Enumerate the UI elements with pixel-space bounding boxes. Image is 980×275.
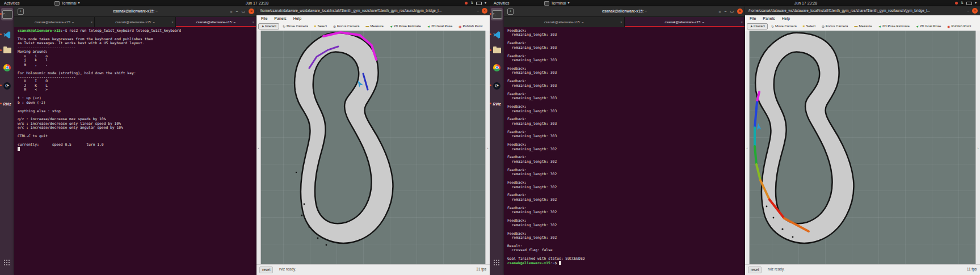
- terminal-line: [18, 113, 256, 117]
- dock-chrome-icon[interactable]: [491, 61, 503, 74]
- dock-app-grid-icon[interactable]: [1, 256, 13, 269]
- menu-panels[interactable]: Panels: [760, 15, 777, 22]
- dock-chrome-icon[interactable]: [1, 61, 13, 74]
- dock-vscode-icon[interactable]: [491, 28, 503, 41]
- terminal-tab[interactable]: csanak@alienware-x15: ~×: [504, 17, 625, 27]
- dock-app-grid-icon[interactable]: [491, 256, 503, 269]
- dock-files-icon[interactable]: [1, 44, 13, 57]
- window-title: csanak@alienware-x15: ~: [14, 6, 256, 16]
- menu-help[interactable]: Help: [291, 15, 304, 22]
- dock-terminal-icon[interactable]: >_: [491, 8, 503, 20]
- tool-2d-goal-pose[interactable]: ➤2D Goal Pose: [424, 23, 455, 29]
- status-tray[interactable]: ⇅ ▾: [465, 0, 486, 6]
- tool-2d-pose-estimate[interactable]: ➤2D Pose Estimate: [387, 23, 424, 29]
- close-tab-icon[interactable]: ×: [620, 17, 623, 27]
- terminal-line: remaining_length: 302: [507, 159, 745, 163]
- close-button[interactable]: ×: [249, 9, 254, 14]
- collapse-right-panel[interactable]: ›: [485, 31, 490, 265]
- status-tray[interactable]: ⇅ ▾: [955, 0, 977, 6]
- terminal-line: [507, 201, 745, 205]
- tool-focus-camera[interactable]: ⊕Focus Camera: [330, 23, 362, 29]
- clock[interactable]: Jun 17 23:28: [780, 0, 831, 6]
- collapse-left-panel[interactable]: ‹: [256, 31, 261, 265]
- tool-2d-goal-pose[interactable]: ➤2D Goal Pose: [913, 23, 944, 29]
- terminal-line: q/z : increase/decrease max speeds by 10…: [18, 117, 256, 121]
- terminal-tab[interactable]: csanak@alienware-x15: ~×: [95, 17, 175, 27]
- rviz-viewport-2[interactable]: ‹ ›: [745, 31, 980, 265]
- window-title: /home/csanak/dataware_ws/dataware_local/…: [260, 6, 470, 15]
- running-dot: [490, 49, 491, 51]
- rviz-titlebar[interactable]: /home/csanak/dataware_ws/dataware_local/…: [745, 6, 980, 15]
- minimize-button[interactable]: −: [724, 10, 726, 14]
- menu-help[interactable]: Help: [780, 15, 792, 22]
- dock-obs-icon[interactable]: ⟳: [491, 79, 503, 92]
- tool-2d-pose-estimate[interactable]: ➤2D Pose Estimate: [876, 23, 912, 29]
- terminal-output-2[interactable]: Feedback: remaining_length: 303Feedback:…: [504, 27, 745, 275]
- maximize-button[interactable]: ▭: [241, 9, 245, 14]
- menu-icon[interactable]: ≡: [718, 10, 721, 14]
- terminal-titlebar[interactable]: + csanak@alienware-x15: ~ ≡ − ▭ ×: [14, 6, 256, 17]
- terminal-line: b : down (-z): [18, 100, 256, 104]
- close-button[interactable]: ×: [737, 9, 743, 14]
- terminal-line: Feedback:: [507, 142, 745, 146]
- terminal-tab-active[interactable]: csanak@alienware-x15: ~×: [625, 17, 746, 27]
- terminal-tab-active[interactable]: csanak@alienware-x15: ~×: [176, 17, 256, 27]
- reset-button[interactable]: reset: [259, 266, 273, 273]
- close-button[interactable]: ×: [972, 8, 978, 14]
- terminal-line: remaining_length: 303: [507, 134, 745, 138]
- menu-file[interactable]: File: [747, 15, 758, 22]
- close-button[interactable]: ×: [482, 8, 487, 14]
- terminal-line: [507, 163, 745, 167]
- maximize-button[interactable]: ▭: [730, 9, 734, 14]
- tool-focus-camera[interactable]: ⊕Focus Camera: [819, 23, 851, 29]
- tool-measure[interactable]: ▬Measure: [851, 23, 874, 29]
- minimize-button[interactable]: −: [477, 9, 479, 13]
- collapse-right-panel[interactable]: ›: [975, 31, 980, 265]
- tool-publish-point[interactable]: ◉Publish Point: [456, 23, 485, 29]
- terminal-line: [507, 49, 745, 53]
- app-menu[interactable]: Terminal▾: [54, 0, 79, 6]
- dock-terminal-icon[interactable]: >_: [1, 8, 13, 20]
- terminal-line: remaining_length: 302: [507, 172, 745, 176]
- close-tab-icon[interactable]: ×: [171, 17, 174, 27]
- menu-panels[interactable]: Panels: [272, 15, 288, 22]
- rviz-toolbar: ➤Interact ↻Move Camera ■Select ⊕Focus Ca…: [256, 22, 490, 31]
- terminal-lines: This node takes keypresses from the keyb…: [18, 32, 256, 146]
- terminal-output-1[interactable]: csanak@alienware-x15:~$ ros2 run teleop_…: [14, 27, 256, 275]
- close-tab-icon[interactable]: ×: [252, 17, 254, 27]
- minimize-button[interactable]: −: [967, 9, 969, 13]
- activities-button[interactable]: Activities: [4, 0, 20, 6]
- close-tab-icon[interactable]: ×: [91, 17, 93, 27]
- tool-measure[interactable]: ▬Measure: [363, 23, 386, 29]
- dock-vscode-icon[interactable]: [1, 28, 13, 41]
- terminal-line: Feedback:: [507, 66, 745, 70]
- close-tab-icon[interactable]: ×: [741, 17, 743, 27]
- reset-button[interactable]: reset: [748, 266, 762, 273]
- clock[interactable]: Jun 17 23:28: [232, 0, 283, 6]
- tool-interact[interactable]: ➤Interact: [258, 23, 279, 29]
- menu-icon[interactable]: ≡: [230, 10, 232, 14]
- tool-select[interactable]: ■Select: [800, 23, 818, 29]
- dock-files-icon[interactable]: [491, 44, 503, 57]
- rviz-viewport-1[interactable]: ‹ ›: [256, 31, 490, 265]
- tool-publish-point[interactable]: ◉Publish Point: [944, 23, 974, 29]
- rviz-titlebar[interactable]: /home/csanak/dataware_ws/dataware_local/…: [256, 6, 490, 15]
- terminal-titlebar[interactable]: + csanak@alienware-x15: ~ ≡ − ▭ ×: [504, 6, 745, 17]
- tool-move-camera[interactable]: ↻Move Camera: [768, 23, 800, 29]
- minimize-button[interactable]: −: [235, 10, 238, 14]
- dock-rviz-icon[interactable]: RViz: [1, 98, 13, 110]
- dock-obs-icon[interactable]: ⟳: [1, 79, 13, 92]
- app-menu[interactable]: Terminal▾: [544, 0, 569, 6]
- tool-interact[interactable]: ➤Interact: [747, 23, 768, 29]
- activities-button[interactable]: Activities: [494, 0, 510, 6]
- collapse-left-panel[interactable]: ‹: [745, 31, 750, 265]
- tool-select[interactable]: ■Select: [312, 23, 330, 29]
- terminal-tab[interactable]: csanak@alienware-x15: ~×: [14, 17, 95, 27]
- menu-file[interactable]: File: [259, 15, 270, 22]
- dock-rviz-icon[interactable]: RViz: [491, 98, 503, 110]
- robot-pose-marker: [756, 123, 762, 130]
- green-arrow-icon: ➤: [915, 24, 920, 29]
- tool-move-camera[interactable]: ↻Move Camera: [280, 23, 311, 29]
- terminal-mini-icon: [544, 1, 549, 6]
- terminal-line: Feedback:: [507, 117, 745, 121]
